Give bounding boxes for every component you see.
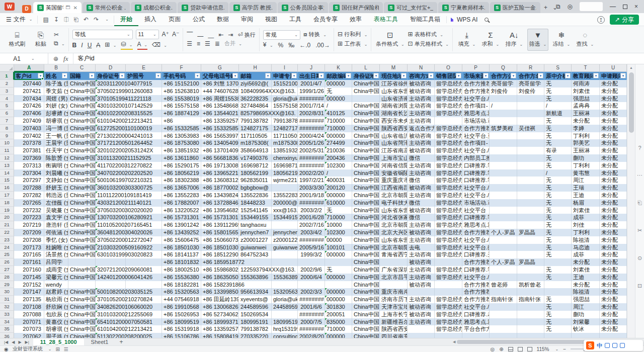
select-all-corner[interactable] <box>0 64 14 72</box>
column-header-F[interactable]: F <box>162 64 201 72</box>
cell-D1[interactable]: 身份证号▼ <box>96 72 126 80</box>
cell-R16[interactable] <box>517 184 544 192</box>
cell-C17[interactable]: China中国 <box>68 192 96 199</box>
cell-T6[interactable]: 王丽淋 <box>572 110 600 117</box>
cell-P7[interactable]: 市场活动.市 <box>462 117 490 125</box>
cell-O31[interactable]: 留学总经办 <box>435 296 462 303</box>
cell-O10[interactable]: 留学总经办 <box>435 139 462 147</box>
align-top-button[interactable]: ⎺ <box>187 31 193 38</box>
cell-L30[interactable]: China中国 <box>352 288 380 296</box>
cell-F20[interactable]: +86 15731301 <box>162 214 201 221</box>
cell-Q19[interactable] <box>490 207 517 214</box>
cell-K6[interactable]: 410125 <box>325 110 352 117</box>
cell-D34[interactable]: 654101200007050581 <box>96 318 126 326</box>
cell-O14[interactable]: 留学总经办 <box>435 169 462 177</box>
cell-B11[interactable]: 任天宇 (女 <box>44 147 68 154</box>
cell-I15[interactable]: wjrme221@ <box>272 177 298 184</box>
last-sheet-icon[interactable]: ▶| <box>25 340 29 344</box>
cell-A9[interactable]: 207402 <box>14 132 44 140</box>
cell-M23[interactable]: 山东省东营 <box>380 236 408 244</box>
filter-dropdown-icon[interactable]: ▼ <box>483 73 489 78</box>
cell-N30[interactable] <box>408 288 435 296</box>
row-header-36[interactable]: 36 <box>0 333 14 338</box>
cell-P9[interactable]: 社交平台.豆 <box>462 132 490 140</box>
share-button[interactable]: ↗ 分享 <box>610 15 639 25</box>
cell-P16[interactable]: 社交平台./ <box>462 184 490 192</box>
cell-C29[interactable] <box>68 281 96 289</box>
cell-K26[interactable] <box>325 258 352 266</box>
cell-D8[interactable]: 612725200110100019 <box>96 125 126 132</box>
cell-G18[interactable]: +86 1372884680 <box>201 199 239 207</box>
cell-R3[interactable]: 刘俊伶 <box>517 87 544 95</box>
cell-Q24[interactable] <box>490 244 517 251</box>
cell-I22[interactable]: jennychen7 <box>272 229 298 236</box>
cell-A14[interactable]: 207304 <box>14 169 44 177</box>
cell-R11[interactable] <box>517 147 544 154</box>
vertical-scroll-thumb[interactable] <box>629 72 634 133</box>
cell-I13[interactable]: 169698712 <box>272 162 298 169</box>
cell-M6[interactable]: 湖南省长沙 <box>380 110 408 117</box>
cell-S11[interactable]: 有录 <box>544 147 572 154</box>
cell-J4[interactable]: ######## <box>298 95 325 103</box>
cell-K21[interactable]: 10000 <box>325 221 352 229</box>
window-tab-7[interactable]: S可过_支付宝+_滴滴 <box>384 2 438 13</box>
cell-B9[interactable]: 王一帆 (男 <box>44 132 68 140</box>
cell-L35[interactable]: China中国 <box>352 325 380 333</box>
cell-J14[interactable]: 2002/2/20 <box>298 169 325 177</box>
cell-U13[interactable]: 未分配 <box>600 162 627 169</box>
cell-F29[interactable]: +86 18182281 <box>162 281 201 289</box>
cell-I4[interactable]: gloria@uk( <box>272 95 298 103</box>
cell-H1[interactable]: 邮箱▼ <box>239 72 272 80</box>
cell-O24[interactable]: 留学总经办 <box>435 244 462 251</box>
cell-R18[interactable] <box>517 199 544 207</box>
cell-F21[interactable]: +86 13901242 <box>162 221 201 229</box>
cell-N11[interactable]: 被动咨询 <box>408 147 435 154</box>
decrease-decimal-button[interactable]: .00→ <box>315 42 330 49</box>
cell-M32[interactable]: 天津市宝坻 <box>380 303 408 311</box>
cell-F4[interactable]: +86 15538019 <box>162 95 201 103</box>
cell-N27[interactable]: 主动咨询 <box>408 266 435 274</box>
cell-D5[interactable]: 430103200107142529 <box>96 102 126 110</box>
cell-N34[interactable]: 主动咨询 <box>408 318 435 326</box>
cell-L3[interactable]: China中国 <box>352 87 380 95</box>
filter-dropdown-icon[interactable]: ▼ <box>155 73 161 78</box>
cell-G27[interactable]: +86 1598680231 <box>201 266 239 274</box>
align-right-button[interactable]: ☰ <box>205 40 210 47</box>
cell-L4[interactable] <box>352 95 380 103</box>
cell-I21[interactable] <box>272 221 298 229</box>
cell-I36[interactable]: consulting <box>272 333 298 338</box>
cell-U11[interactable]: 未分配 <box>600 147 627 154</box>
cell-I26[interactable] <box>272 258 298 266</box>
cell-N14[interactable]: 主动咨询 <box>408 169 435 177</box>
cell-J30[interactable]: 2002/3/3 <box>298 288 325 296</box>
cell-T24[interactable]: 马恋迪 <box>572 244 600 251</box>
cell-H15[interactable]: 962835011 <box>239 177 272 184</box>
cell-H31[interactable]: xyevents@ <box>239 296 272 303</box>
cell-R21[interactable] <box>517 221 544 229</box>
zoom-out-button[interactable]: − <box>563 346 566 352</box>
cell-I12[interactable]: chenxinyur <box>272 154 298 162</box>
cell-R33[interactable] <box>517 311 544 318</box>
cell-D22[interactable]: 360481200304020026 <box>96 229 126 236</box>
cell-Q21[interactable] <box>490 221 517 229</box>
normal-view-icon[interactable] <box>508 347 513 351</box>
cell-C32[interactable]: China中国 <box>68 303 96 311</box>
cell-O28[interactable]: 留学总经办 <box>435 274 462 281</box>
cell-C21[interactable]: China中国 <box>68 221 96 229</box>
cell-M30[interactable]: 重庆市南岸 <box>380 288 408 296</box>
cell-S28[interactable]: 无 <box>544 274 572 281</box>
convert-button[interactable]: ⧇ 转换 ⌄ <box>303 31 327 39</box>
cell-T14[interactable]: 黄韦慧 <box>572 169 600 177</box>
cell-R9[interactable] <box>517 132 544 140</box>
cell-B24[interactable]: 桂婉唯 (女 <box>44 244 68 251</box>
row-header-26[interactable]: 26 <box>0 258 14 266</box>
cell-H22[interactable]: jennychen7 <box>239 229 272 236</box>
filter-dropdown-icon[interactable]: ▼ <box>456 73 461 78</box>
cell-U9[interactable]: 未分配 <box>600 132 627 140</box>
cell-K23[interactable]: 00000 <box>325 236 352 244</box>
cell-D20[interactable]: 130703200106280921 <box>96 214 126 221</box>
cell-R23[interactable] <box>517 236 544 244</box>
cell-C16[interactable]: China中国 <box>68 184 96 192</box>
cell-O12[interactable]: 留学总经办 <box>435 154 462 162</box>
cell-S19[interactable]: 无 <box>544 207 572 214</box>
